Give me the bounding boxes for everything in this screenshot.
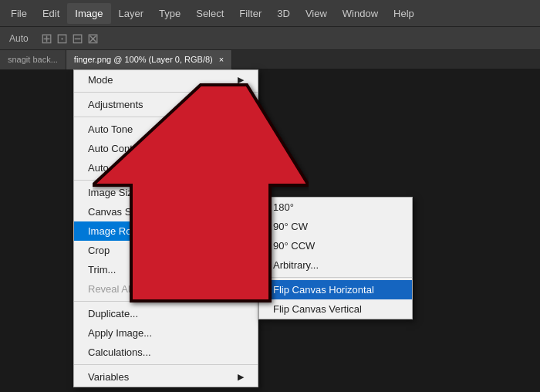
tab-close-icon[interactable]: ×	[219, 55, 224, 64]
tabs-bar: snagit back... finger.png @ 100% (Layer …	[0, 50, 540, 69]
menu-3d[interactable]: 3D	[269, 3, 298, 24]
image-menu-dropdown[interactable]: Mode ▶ Adjustments ▶ Auto Tone Shift+L A…	[73, 69, 258, 387]
menu-separator-4	[74, 301, 258, 302]
submenu-item-flip-vertical[interactable]: Flip Canvas Vertical	[259, 299, 412, 319]
menu-item-duplicate[interactable]: Duplicate...	[74, 304, 258, 323]
menu-separator-3	[74, 180, 258, 181]
submenu-item-arbitrary[interactable]: Arbitrary...	[259, 255, 412, 275]
menu-item-auto-contrast[interactable]: Auto Contrast Alt+Shift+L	[74, 139, 258, 158]
menu-layer[interactable]: Layer	[111, 3, 152, 24]
menu-item-image-size[interactable]: Image Size...	[74, 183, 258, 202]
menu-edit[interactable]: Edit	[35, 3, 67, 24]
menu-separator-1	[74, 92, 258, 93]
rotation-submenu[interactable]: 180° 90° CW 90° CCW Arbitrary... Flip Ca…	[258, 197, 413, 319]
menu-help[interactable]: Help	[386, 3, 422, 24]
toolbar-auto[interactable]: Auto	[5, 32, 33, 46]
submenu-item-180[interactable]: 180°	[259, 198, 412, 217]
menu-view[interactable]: View	[298, 3, 335, 24]
menu-item-variables[interactable]: Variables ▶	[74, 367, 258, 387]
submenu-arrow-icon: ▶	[238, 75, 244, 85]
submenu-item-flip-horizontal[interactable]: Flip Canvas Horizontal	[259, 280, 412, 299]
submenu-separator	[259, 277, 412, 278]
menu-item-adjustments[interactable]: Adjustments ▶	[74, 95, 258, 114]
toolbar: Auto ⊞ ⊡ ⊟ ⊠	[0, 27, 540, 50]
menu-window[interactable]: Window	[335, 3, 386, 24]
main-canvas-area: Mode ▶ Adjustments ▶ Auto Tone Shift+L A…	[0, 69, 540, 392]
tab-finger[interactable]: finger.png @ 100% (Layer 0, RGB/8) ×	[66, 50, 232, 69]
menu-select[interactable]: Select	[188, 3, 231, 24]
tab-snagit[interactable]: snagit back...	[0, 50, 66, 69]
submenu-arrow-icon-4: ▶	[238, 372, 244, 382]
submenu-item-90ccw[interactable]: 90° CCW	[259, 236, 412, 255]
menu-item-mode[interactable]: Mode ▶	[74, 70, 258, 90]
menu-item-auto-tone[interactable]: Auto Tone Shift+L	[74, 120, 258, 139]
menu-item-crop[interactable]: Crop	[74, 241, 258, 260]
menu-item-reveal-all[interactable]: Reveal All	[74, 279, 258, 299]
menu-item-canvas-size[interactable]: Canvas Size...	[74, 202, 258, 221]
menu-item-calculations[interactable]: Calculations...	[74, 343, 258, 362]
menubar: File Edit Image Layer Type Select Filter…	[0, 0, 540, 27]
menu-item-auto-color[interactable]: Auto Color Shift+B	[74, 158, 258, 177]
menu-item-trim[interactable]: Trim...	[74, 260, 258, 279]
menu-file[interactable]: File	[3, 3, 35, 24]
menu-item-image-rotation[interactable]: Image Rotation ▶	[74, 221, 258, 241]
menu-item-apply-image[interactable]: Apply Image...	[74, 323, 258, 343]
menu-image[interactable]: Image	[67, 3, 110, 24]
toolbar-icons: ⊞ ⊡ ⊟ ⊠	[36, 29, 103, 49]
menu-separator-2	[74, 117, 258, 117]
submenu-item-90cw[interactable]: 90° CW	[259, 217, 412, 236]
menu-type[interactable]: Type	[151, 3, 188, 24]
submenu-arrow-icon-2: ▶	[238, 100, 244, 110]
submenu-arrow-icon-3: ▶	[238, 226, 244, 236]
menu-filter[interactable]: Filter	[231, 3, 269, 24]
menu-separator-5	[74, 364, 258, 365]
